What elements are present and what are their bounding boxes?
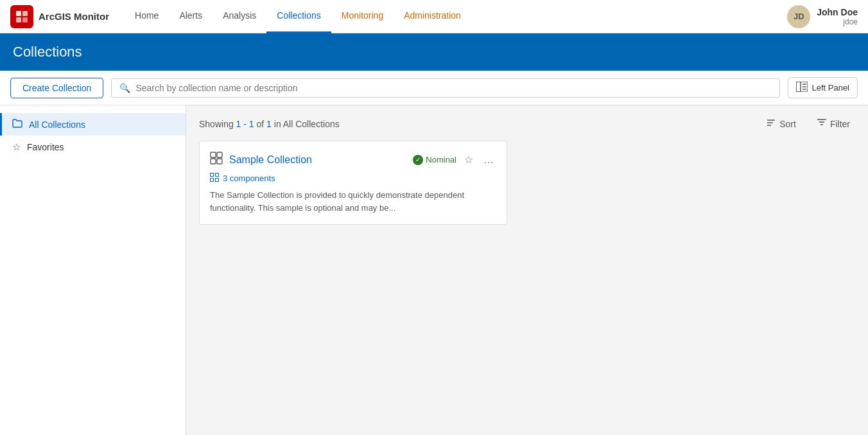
nav-administration[interactable]: Administration	[394, 0, 471, 33]
nav-analysis[interactable]: Analysis	[213, 0, 266, 33]
create-collection-button[interactable]: Create Collection	[10, 78, 103, 98]
svg-rect-20	[211, 173, 214, 177]
collection-card: Sample Collection ✓ Nominal ☆ …	[199, 141, 507, 225]
left-panel-label: Left Panel	[812, 83, 849, 93]
results-range: 1 - 1	[236, 119, 254, 129]
user-username: jdoe	[817, 17, 858, 26]
results-prefix: Showing	[199, 119, 236, 129]
filter-label: Filter	[830, 119, 850, 129]
collection-title[interactable]: Sample Collection	[229, 154, 406, 166]
search-icon: 🔍	[119, 83, 130, 93]
nav-monitoring[interactable]: Monitoring	[331, 0, 394, 33]
components-icon	[210, 173, 219, 184]
sidebar: All Collections ☆ Favorites	[0, 105, 186, 435]
svg-rect-23	[216, 179, 219, 182]
components-count: 3 components	[223, 173, 275, 183]
sort-label: Sort	[779, 119, 796, 129]
results-actions: Sort Filter	[761, 116, 855, 132]
results-suffix: in All Collections	[272, 119, 340, 129]
results-text: Showing 1 - 1 of 1 in All Collections	[199, 119, 340, 129]
status-dot: ✓	[413, 155, 423, 165]
left-panel-icon	[796, 82, 808, 94]
collection-icon	[210, 152, 223, 168]
svg-rect-3	[22, 17, 28, 22]
search-input[interactable]	[135, 83, 772, 93]
results-total: 1	[266, 119, 272, 129]
favorite-button[interactable]: ☆	[462, 152, 476, 167]
results-header: Showing 1 - 1 of 1 in All Collections So…	[199, 116, 855, 132]
page-header: Collections	[0, 33, 868, 71]
svg-rect-0	[16, 11, 21, 16]
app-name: ArcGIS Monitor	[39, 11, 109, 22]
logo-icon	[10, 5, 33, 28]
avatar: JD	[787, 5, 810, 28]
user-name: John Doe	[817, 7, 858, 17]
sort-icon	[766, 118, 776, 129]
svg-rect-21	[211, 179, 214, 182]
search-container: 🔍	[111, 78, 780, 98]
page-title: Collections	[13, 44, 855, 60]
filter-icon	[817, 118, 827, 129]
svg-rect-18	[211, 159, 216, 164]
user-info: John Doe jdoe	[817, 7, 858, 26]
status-badge: ✓ Nominal	[413, 155, 456, 165]
main-content: All Collections ☆ Favorites Showing 1 - …	[0, 105, 868, 435]
more-options-button[interactable]: …	[481, 153, 496, 167]
top-nav: ArcGIS Monitor Home Alerts Analysis Coll…	[0, 0, 868, 33]
nav-alerts[interactable]: Alerts	[169, 0, 213, 33]
nav-links: Home Alerts Analysis Collections Monitor…	[125, 0, 787, 33]
star-icon: ☆	[12, 141, 21, 153]
nav-home[interactable]: Home	[125, 0, 169, 33]
content-area: Showing 1 - 1 of 1 in All Collections So…	[186, 105, 868, 435]
status-label: Nominal	[426, 155, 456, 164]
card-components[interactable]: 3 components	[210, 173, 496, 184]
card-header: Sample Collection ✓ Nominal ☆ …	[210, 152, 496, 168]
user-menu[interactable]: JD John Doe jdoe	[787, 5, 858, 28]
card-description: The Sample Collection is provided to qui…	[210, 189, 496, 214]
svg-rect-19	[217, 159, 222, 164]
filter-button[interactable]: Filter	[812, 116, 855, 132]
svg-rect-17	[217, 152, 222, 157]
svg-rect-22	[216, 173, 219, 177]
sidebar-favorites-label: Favorites	[27, 142, 64, 152]
sidebar-item-favorites[interactable]: ☆ Favorites	[0, 136, 186, 159]
sort-button[interactable]: Sort	[761, 116, 801, 132]
sidebar-item-all-collections[interactable]: All Collections	[0, 113, 186, 136]
left-panel-button[interactable]: Left Panel	[788, 77, 858, 98]
results-mid: of	[254, 119, 266, 129]
svg-rect-16	[211, 152, 216, 157]
toolbar: Create Collection 🔍 Left Panel	[0, 71, 868, 105]
svg-rect-4	[796, 82, 801, 92]
sidebar-all-collections-label: All Collections	[29, 120, 85, 130]
nav-collections[interactable]: Collections	[266, 0, 331, 33]
folder-icon	[12, 119, 22, 130]
app-logo[interactable]: ArcGIS Monitor	[10, 5, 109, 28]
svg-rect-2	[16, 17, 21, 22]
svg-rect-1	[22, 11, 28, 16]
card-actions: ✓ Nominal ☆ …	[413, 152, 496, 167]
